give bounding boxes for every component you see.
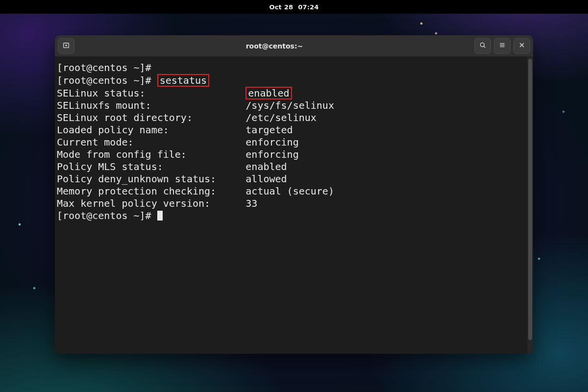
topbar-date: Oct 28 <box>269 3 293 11</box>
highlighted-command: sestatus <box>157 74 209 87</box>
terminal-cursor <box>157 211 163 220</box>
svg-line-2 <box>484 46 485 48</box>
close-button[interactable] <box>514 38 530 54</box>
window-title: root@centos:~ <box>77 42 471 50</box>
topbar-time: 07:24 <box>298 3 318 11</box>
search-icon <box>479 41 487 51</box>
terminal-window: root@centos:~ <box>55 35 533 354</box>
menu-button[interactable] <box>494 38 511 54</box>
highlighted-value: enabled <box>245 87 292 99</box>
close-icon <box>518 41 526 51</box>
gnome-top-bar: Oct 28 07:24 <box>0 0 588 14</box>
new-tab-button[interactable] <box>58 38 74 54</box>
svg-point-1 <box>480 43 484 47</box>
hamburger-icon <box>498 41 506 51</box>
search-button[interactable] <box>474 38 491 54</box>
new-tab-icon <box>62 41 70 51</box>
terminal-output: [root@centos ~]# [root@centos ~]# sestat… <box>57 62 525 222</box>
window-titlebar: root@centos:~ <box>55 35 533 57</box>
terminal-body[interactable]: [root@centos ~]# [root@centos ~]# sestat… <box>55 57 533 354</box>
desktop-wallpaper: root@centos:~ <box>0 14 588 392</box>
terminal-scrollbar[interactable] <box>527 57 533 354</box>
terminal-scrollbar-thumb[interactable] <box>528 59 532 340</box>
